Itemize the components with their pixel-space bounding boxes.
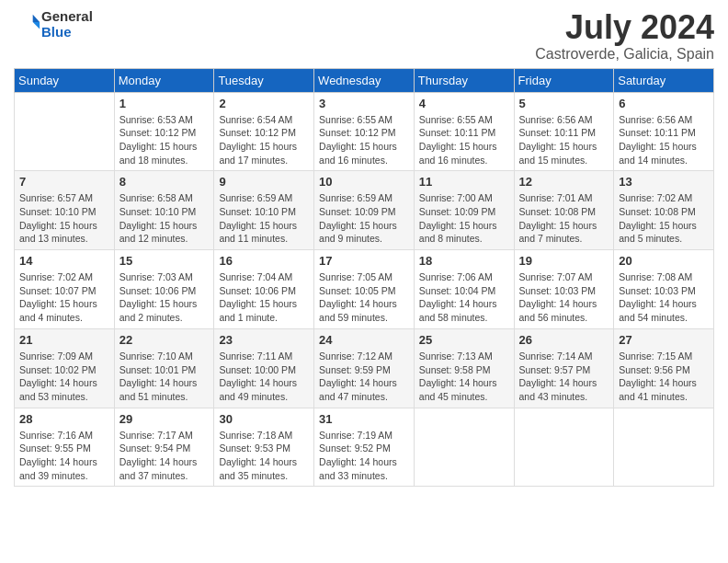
header-wednesday: Wednesday	[314, 68, 415, 92]
day-number: 26	[519, 333, 609, 347]
title-block: July 2024 Castroverde, Galicia, Spain	[535, 9, 714, 63]
calendar-cell: 3Sunrise: 6:55 AM Sunset: 10:12 PM Dayli…	[314, 92, 415, 171]
day-number: 7	[19, 175, 109, 189]
header-friday: Friday	[514, 68, 614, 92]
calendar-cell: 8Sunrise: 6:58 AM Sunset: 10:10 PM Dayli…	[114, 171, 214, 250]
day-info: Sunrise: 6:56 AM Sunset: 10:11 PM Daylig…	[619, 113, 709, 167]
day-info: Sunrise: 7:17 AM Sunset: 9:54 PM Dayligh…	[119, 429, 210, 483]
calendar-cell: 24Sunrise: 7:12 AM Sunset: 9:59 PM Dayli…	[314, 328, 415, 408]
calendar-cell: 1Sunrise: 6:53 AM Sunset: 10:12 PM Dayli…	[114, 92, 214, 171]
day-info: Sunrise: 7:11 AM Sunset: 10:00 PM Daylig…	[219, 350, 309, 404]
calendar-row: 14Sunrise: 7:02 AM Sunset: 10:07 PM Dayl…	[15, 250, 714, 329]
day-info: Sunrise: 7:01 AM Sunset: 10:08 PM Daylig…	[519, 191, 609, 246]
day-number: 4	[419, 97, 509, 110]
calendar-cell: 2Sunrise: 6:54 AM Sunset: 10:12 PM Dayli…	[214, 92, 314, 171]
day-number: 14	[19, 254, 109, 268]
page-header: General Blue July 2024 Castroverde, Gali…	[14, 9, 714, 63]
calendar-cell: 16Sunrise: 7:04 AM Sunset: 10:06 PM Dayl…	[214, 250, 314, 329]
calendar-cell	[15, 92, 115, 171]
calendar-cell: 25Sunrise: 7:13 AM Sunset: 9:58 PM Dayli…	[414, 328, 514, 408]
day-number: 3	[319, 97, 409, 110]
calendar-cell: 29Sunrise: 7:17 AM Sunset: 9:54 PM Dayli…	[114, 408, 214, 487]
day-info: Sunrise: 6:59 AM Sunset: 10:09 PM Daylig…	[319, 191, 409, 246]
logo-icon	[16, 10, 41, 36]
svg-marker-0	[33, 14, 40, 21]
calendar-cell: 27Sunrise: 7:15 AM Sunset: 9:56 PM Dayli…	[614, 328, 714, 408]
day-number: 29	[119, 412, 210, 426]
calendar-cell: 31Sunrise: 7:19 AM Sunset: 9:52 PM Dayli…	[314, 408, 415, 487]
svg-marker-1	[33, 22, 40, 29]
day-info: Sunrise: 7:15 AM Sunset: 9:56 PM Dayligh…	[619, 350, 709, 404]
day-number: 11	[419, 175, 509, 189]
header-tuesday: Tuesday	[214, 68, 314, 92]
calendar-cell: 26Sunrise: 7:14 AM Sunset: 9:57 PM Dayli…	[514, 328, 614, 408]
calendar-cell: 28Sunrise: 7:16 AM Sunset: 9:55 PM Dayli…	[15, 408, 115, 487]
logo-line1: General	[41, 9, 93, 25]
day-info: Sunrise: 6:54 AM Sunset: 10:12 PM Daylig…	[219, 113, 309, 167]
header-thursday: Thursday	[414, 68, 514, 92]
day-info: Sunrise: 6:55 AM Sunset: 10:11 PM Daylig…	[419, 113, 509, 167]
day-info: Sunrise: 7:19 AM Sunset: 9:52 PM Dayligh…	[319, 429, 409, 483]
day-info: Sunrise: 7:02 AM Sunset: 10:07 PM Daylig…	[19, 270, 109, 325]
day-number: 8	[119, 175, 210, 189]
day-number: 22	[119, 333, 210, 347]
calendar-cell: 12Sunrise: 7:01 AM Sunset: 10:08 PM Dayl…	[514, 171, 614, 250]
day-number: 13	[619, 175, 709, 189]
day-info: Sunrise: 7:16 AM Sunset: 9:55 PM Dayligh…	[19, 429, 109, 483]
calendar-cell: 21Sunrise: 7:09 AM Sunset: 10:02 PM Dayl…	[15, 328, 115, 408]
calendar-cell: 13Sunrise: 7:02 AM Sunset: 10:08 PM Dayl…	[614, 171, 714, 250]
calendar-cell: 7Sunrise: 6:57 AM Sunset: 10:10 PM Dayli…	[15, 171, 115, 250]
calendar-cell	[414, 408, 514, 487]
calendar-cell: 9Sunrise: 6:59 AM Sunset: 10:10 PM Dayli…	[214, 171, 314, 250]
calendar-row: 7Sunrise: 6:57 AM Sunset: 10:10 PM Dayli…	[15, 171, 714, 250]
day-info: Sunrise: 7:08 AM Sunset: 10:03 PM Daylig…	[619, 270, 709, 325]
calendar-cell: 5Sunrise: 6:56 AM Sunset: 10:11 PM Dayli…	[514, 92, 614, 171]
day-info: Sunrise: 7:06 AM Sunset: 10:04 PM Daylig…	[419, 270, 509, 325]
calendar-cell: 17Sunrise: 7:05 AM Sunset: 10:05 PM Dayl…	[314, 250, 415, 329]
calendar-cell: 11Sunrise: 7:00 AM Sunset: 10:09 PM Dayl…	[414, 171, 514, 250]
day-info: Sunrise: 7:13 AM Sunset: 9:58 PM Dayligh…	[419, 350, 509, 404]
header-monday: Monday	[114, 68, 214, 92]
day-number: 27	[619, 333, 709, 347]
calendar-row: 21Sunrise: 7:09 AM Sunset: 10:02 PM Dayl…	[15, 328, 714, 408]
calendar-title: July 2024	[535, 9, 714, 46]
day-number: 15	[119, 254, 210, 268]
day-number: 31	[319, 412, 409, 426]
day-info: Sunrise: 7:09 AM Sunset: 10:02 PM Daylig…	[19, 350, 109, 404]
calendar-cell: 19Sunrise: 7:07 AM Sunset: 10:03 PM Dayl…	[514, 250, 614, 329]
day-number: 30	[219, 412, 309, 426]
header-sunday: Sunday	[15, 68, 115, 92]
day-info: Sunrise: 7:03 AM Sunset: 10:06 PM Daylig…	[119, 270, 210, 325]
day-number: 23	[219, 333, 309, 347]
day-number: 6	[619, 97, 709, 110]
calendar-cell: 4Sunrise: 6:55 AM Sunset: 10:11 PM Dayli…	[414, 92, 514, 171]
day-number: 24	[319, 333, 409, 347]
header-saturday: Saturday	[614, 68, 714, 92]
calendar-cell: 6Sunrise: 6:56 AM Sunset: 10:11 PM Dayli…	[614, 92, 714, 171]
day-info: Sunrise: 7:14 AM Sunset: 9:57 PM Dayligh…	[519, 350, 609, 404]
day-info: Sunrise: 7:12 AM Sunset: 9:59 PM Dayligh…	[319, 350, 409, 404]
calendar-cell	[614, 408, 714, 487]
day-info: Sunrise: 6:53 AM Sunset: 10:12 PM Daylig…	[119, 113, 210, 167]
day-info: Sunrise: 6:58 AM Sunset: 10:10 PM Daylig…	[119, 191, 210, 246]
day-number: 17	[319, 254, 409, 268]
day-number: 20	[619, 254, 709, 268]
day-number: 16	[219, 254, 309, 268]
calendar-cell	[514, 408, 614, 487]
day-number: 12	[519, 175, 609, 189]
day-info: Sunrise: 7:05 AM Sunset: 10:05 PM Daylig…	[319, 270, 409, 325]
calendar-cell: 20Sunrise: 7:08 AM Sunset: 10:03 PM Dayl…	[614, 250, 714, 329]
day-number: 1	[119, 97, 210, 110]
day-info: Sunrise: 7:18 AM Sunset: 9:53 PM Dayligh…	[219, 429, 309, 483]
day-info: Sunrise: 6:59 AM Sunset: 10:10 PM Daylig…	[219, 191, 309, 246]
calendar-cell: 30Sunrise: 7:18 AM Sunset: 9:53 PM Dayli…	[214, 408, 314, 487]
day-number: 5	[519, 97, 609, 110]
day-info: Sunrise: 6:57 AM Sunset: 10:10 PM Daylig…	[19, 191, 109, 246]
day-info: Sunrise: 7:00 AM Sunset: 10:09 PM Daylig…	[419, 191, 509, 246]
day-number: 25	[419, 333, 509, 347]
day-number: 18	[419, 254, 509, 268]
calendar-table: SundayMondayTuesdayWednesdayThursdayFrid…	[14, 68, 714, 488]
day-number: 19	[519, 254, 609, 268]
calendar-cell: 18Sunrise: 7:06 AM Sunset: 10:04 PM Dayl…	[414, 250, 514, 329]
day-info: Sunrise: 7:04 AM Sunset: 10:06 PM Daylig…	[219, 270, 309, 325]
